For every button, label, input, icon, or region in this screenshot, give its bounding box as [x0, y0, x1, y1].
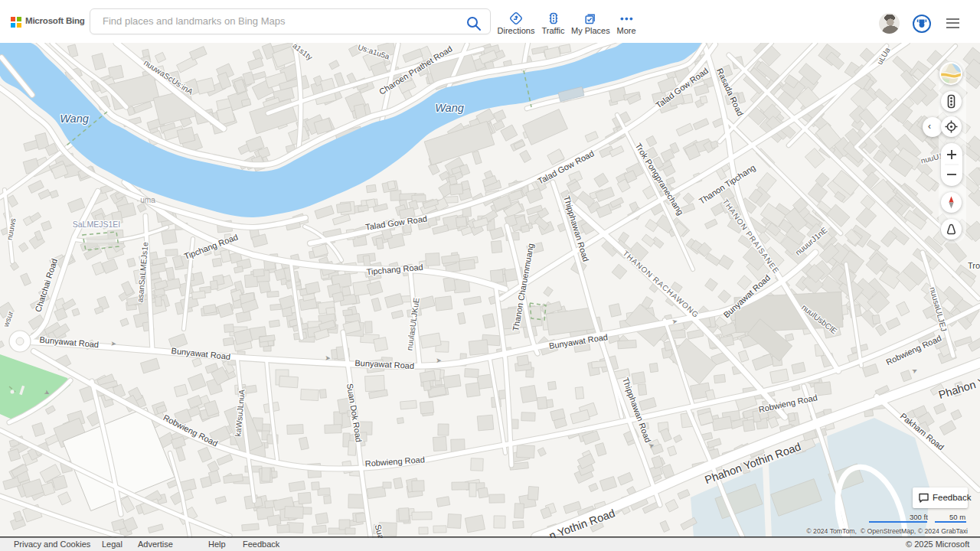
svg-text:Wang: Wang — [435, 102, 464, 114]
svg-text:➤: ➤ — [436, 357, 442, 364]
svg-text:➤: ➤ — [110, 340, 117, 348]
svg-text:SaLMEJS1EI: SaLMEJS1EI — [73, 220, 120, 229]
svg-text:Tro: Tro — [968, 261, 980, 270]
svg-text:➤: ➤ — [325, 354, 331, 362]
svg-text:Wang: Wang — [60, 112, 89, 125]
svg-text:uma: uma — [140, 196, 155, 204]
